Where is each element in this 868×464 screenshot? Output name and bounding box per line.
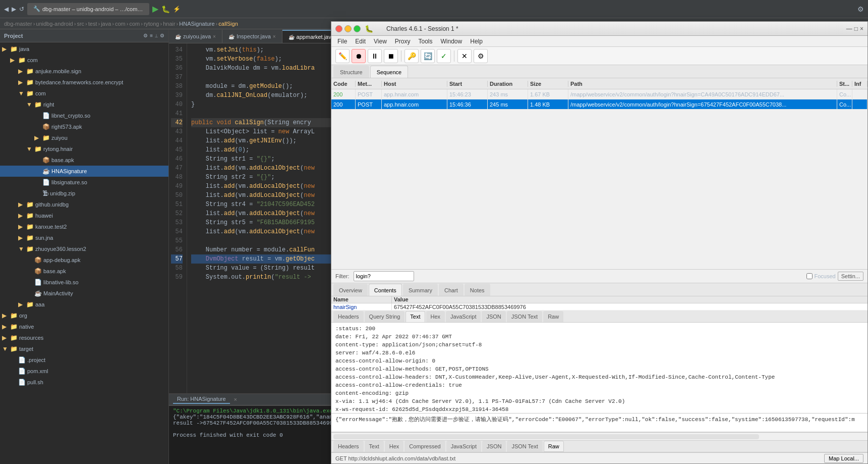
tree-item-unidbgzip[interactable]: 🗜 unidbg.zip — [0, 188, 168, 199]
refresh-icon[interactable]: ↺ — [19, 6, 24, 13]
charles-maximize-btn[interactable] — [354, 25, 361, 32]
subtab-query-string[interactable]: Query String — [365, 311, 405, 322]
tree-item-pullsh[interactable]: 📄 pull.sh — [0, 377, 168, 388]
toolbar-stop[interactable]: ⏹ — [384, 49, 398, 63]
subtab-json-text[interactable]: JSON Text — [507, 311, 542, 322]
tree-item-resources[interactable]: ▶ 📁 resources — [0, 332, 168, 343]
bottom-tab-headers[interactable]: Headers — [333, 441, 364, 452]
nv-row-hnairsign[interactable]: hnairSign 675427F452AFC0F00A55C70381533D… — [331, 303, 867, 311]
response-body-text[interactable]: {"errorMessage":"抱歉，您的访问需要进一步验证，请输入验证码",… — [331, 414, 867, 432]
menu-window[interactable]: Window — [437, 36, 467, 47]
tree-item-right573[interactable]: 📦 right573.apk — [0, 121, 168, 132]
coverage-button[interactable]: ⚡ — [173, 6, 181, 13]
tree-item-hnasignature[interactable]: ☕ HNASignature — [0, 166, 168, 177]
toolbar-clear[interactable]: ✕ — [457, 49, 472, 63]
tab-overview[interactable]: Overview — [333, 284, 368, 296]
toolbar-record[interactable]: ⏺ — [352, 49, 366, 63]
subtab-text[interactable]: Text — [406, 311, 425, 322]
tree-item-right[interactable]: ▼ 📁 right — [0, 99, 168, 110]
toolbar-pencil[interactable]: ✏️ — [335, 49, 350, 63]
map-local-button[interactable]: Map Local... — [824, 454, 863, 463]
tab-structure[interactable]: Structure — [333, 66, 369, 78]
bottom-tab-text[interactable]: Text — [365, 441, 384, 452]
tree-item-appdebug[interactable]: 📦 app-debug.apk — [0, 254, 168, 266]
tree-item-libnet[interactable]: 📄 libnet_crypto.so — [0, 110, 168, 121]
charles-close-btn[interactable] — [335, 25, 342, 32]
menu-proxy[interactable]: Proxy — [391, 36, 415, 47]
request-row-2[interactable]: 200 POST app.hnair.com 15:46:36 245 ms 1… — [331, 99, 867, 110]
tree-item-anjuke[interactable]: ▶ 📁 anjuke.mobile.sign — [0, 66, 168, 77]
tree-item-github[interactable]: ▶ 📁 github.unidbg — [0, 199, 168, 210]
tree-item-kanxue[interactable]: ▶ 📁 kanxue.test2 — [0, 221, 168, 232]
request-row-1[interactable]: 200 POST app.hnair.com 15:46:23 243 ms 1… — [331, 89, 867, 99]
tab-contents[interactable]: Contents — [369, 284, 402, 296]
menu-help[interactable]: Help — [466, 36, 487, 47]
bottom-tab-hex[interactable]: Hex — [385, 441, 404, 452]
subtab-hex[interactable]: Hex — [426, 311, 445, 322]
bottom-tab-json-text[interactable]: JSON Text — [507, 441, 542, 452]
tree-item-pomxml[interactable]: 📄 pom.xml — [0, 366, 168, 377]
tree-item-com2[interactable]: ▼ 📁 com — [0, 88, 168, 99]
tree-item-libsig[interactable]: 📄 libsignature.so — [0, 177, 168, 188]
bottom-tab-compressed[interactable]: Compressed — [404, 441, 445, 452]
tab-zuiyou[interactable]: ☕ zuiyou.java × — [169, 30, 222, 43]
tree-item-zhuoyue[interactable]: ▼ 📁 zhuoyue360.lesson2 — [0, 243, 168, 254]
horizontal-scrollbar[interactable] — [333, 434, 759, 439]
back-icon[interactable]: ◀ — [4, 6, 9, 13]
tree-item-zuiyou[interactable]: ▶ 📁 zuiyou — [0, 132, 168, 143]
bottom-tab-raw[interactable]: Raw — [544, 441, 564, 452]
tab-sequence[interactable]: Sequence — [370, 66, 409, 78]
toolbar-ssl[interactable]: 🔑 — [404, 49, 419, 63]
settings-button[interactable]: Settin... — [838, 272, 863, 281]
run-button[interactable]: ▶ — [152, 4, 158, 14]
tree-item-com[interactable]: ▶ 📁 com — [0, 55, 168, 66]
tab-inspector[interactable]: ☕ Inspector.java × — [222, 30, 282, 43]
bottom-tab-json[interactable]: JSON — [482, 441, 506, 452]
tree-item-baseapk[interactable]: 📦 base.apk — [0, 154, 168, 166]
tree-item-org[interactable]: ▶ 📁 org — [0, 310, 168, 321]
tree-item-target[interactable]: ▼ 📁 target — [0, 343, 168, 354]
charles-min-icon[interactable]: — — [846, 25, 852, 32]
subtab-headers[interactable]: Headers — [333, 311, 364, 322]
toolbar-pause[interactable]: ⏸ — [368, 49, 382, 63]
subtab-json[interactable]: JSON — [482, 311, 505, 322]
tree-item-libnative[interactable]: 📄 libnative-lib.so — [0, 277, 168, 288]
tree-item-bytedance[interactable]: ▶ 📁 bytedance.frameworks.core.encrypt — [0, 77, 168, 88]
settings-tree-icon[interactable]: ⚙ — [160, 33, 164, 38]
expand-icon[interactable]: ⟂ — [155, 33, 158, 38]
tree-item-sunjna[interactable]: ▶ 📁 sun.jna — [0, 232, 168, 243]
toolbar-refresh[interactable]: 🔄 — [421, 49, 435, 63]
tree-item-java[interactable]: ▶ 📁 java — [0, 43, 168, 55]
settings-icon[interactable]: ⚙ — [857, 5, 864, 13]
charles-max-icon[interactable]: □ — [854, 25, 858, 32]
filter-input[interactable] — [354, 271, 414, 281]
toolbar-settings[interactable]: ⚙ — [474, 49, 488, 63]
console-close[interactable]: × — [234, 396, 237, 402]
collapse-icon[interactable]: ≡ — [150, 33, 153, 38]
menu-file[interactable]: File — [333, 36, 351, 47]
tree-item-rytong[interactable]: ▼ 📁 rytong.hnair — [0, 143, 168, 154]
toolbar-check[interactable]: ✓ — [437, 49, 451, 63]
tab-close-zuiyou[interactable]: × — [213, 34, 216, 39]
subtab-javascript[interactable]: JavaScript — [446, 311, 481, 322]
subtab-raw[interactable]: Raw — [543, 311, 563, 322]
debug-button[interactable]: 🐛 — [161, 5, 170, 13]
project-selector[interactable]: 🔧dbg-master – unidbg-android – …/com/com… — [27, 3, 149, 15]
menu-view[interactable]: View — [370, 36, 391, 47]
menu-tools[interactable]: Tools — [415, 36, 437, 47]
focused-checkbox[interactable] — [806, 273, 813, 279]
tab-summary[interactable]: Summary — [403, 284, 438, 296]
tree-item-aaa[interactable]: ▶ 📁 aaa — [0, 299, 168, 310]
tree-item-base2[interactable]: 📦 base.apk — [0, 266, 168, 277]
tab-notes[interactable]: Notes — [465, 284, 490, 296]
tree-item-native[interactable]: ▶ 📁 native — [0, 321, 168, 332]
tree-item-dotproject[interactable]: 📄 .project — [0, 354, 168, 366]
response-headers-text[interactable]: :status: 200 date: Fri, 22 Apr 2022 07:4… — [331, 323, 867, 414]
run-tab[interactable]: Run: HNASignature — [173, 395, 230, 404]
charles-x-icon[interactable]: × — [860, 25, 863, 32]
menu-edit[interactable]: Edit — [351, 36, 370, 47]
forward-icon[interactable]: ▶ — [12, 6, 16, 13]
tab-close-inspector[interactable]: × — [273, 34, 276, 39]
charles-minimize-btn[interactable] — [344, 25, 352, 32]
bottom-tab-javascript[interactable]: JavaScript — [446, 441, 481, 452]
